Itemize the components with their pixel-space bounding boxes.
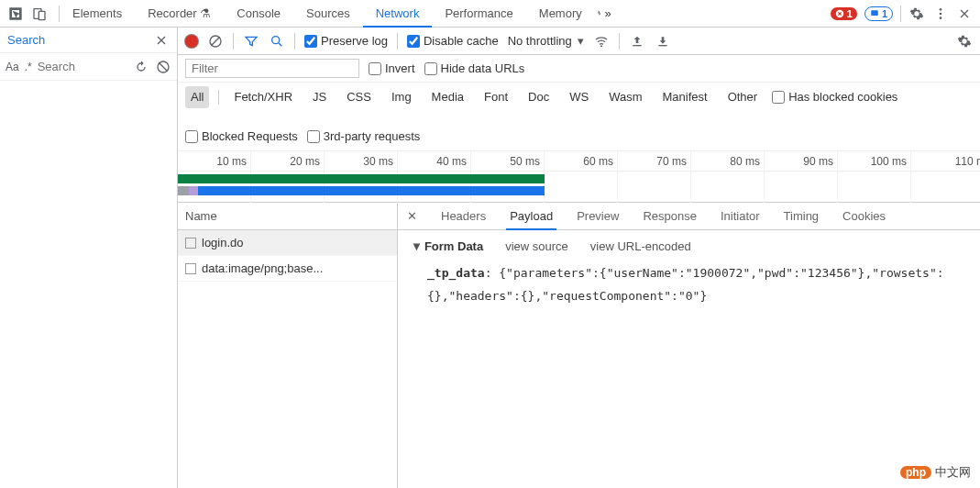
request-row[interactable]: data:image/png;base... (178, 256, 397, 282)
filter-input[interactable] (185, 59, 359, 78)
type-fetchxhr[interactable]: Fetch/XHR (228, 86, 298, 108)
invert-checkbox[interactable]: Invert (369, 61, 415, 75)
clear-search-icon[interactable] (155, 59, 171, 75)
wifi-icon[interactable] (593, 33, 610, 50)
timeline-tick: 90 ms (765, 151, 838, 203)
section-toggle[interactable]: ▼Form Data (411, 239, 483, 253)
form-data-entry: _tp_data: {"parameters":{"userName":"190… (411, 262, 967, 307)
timeline-tick: 110 r (911, 151, 980, 203)
close-devtools-icon[interactable] (956, 6, 973, 22)
tab-elements[interactable]: Elements (60, 0, 135, 28)
regex-icon[interactable]: .* (25, 61, 32, 73)
upload-icon[interactable] (629, 33, 645, 50)
download-icon[interactable] (655, 33, 671, 50)
flask-icon: ⚗ (200, 6, 211, 20)
tab-memory[interactable]: Memory (526, 0, 595, 28)
view-url-encoded-link[interactable]: view URL-encoded (590, 239, 691, 253)
type-manifest[interactable]: Manifest (656, 86, 712, 108)
tab-performance[interactable]: Performance (432, 0, 525, 28)
svg-rect-1 (39, 11, 45, 19)
svg-rect-11 (633, 45, 641, 46)
inspect-icon[interactable] (7, 6, 24, 22)
request-row[interactable]: login.do (178, 230, 397, 256)
timeline-tick: 100 ms (838, 151, 911, 203)
view-source-link[interactable]: view source (505, 239, 568, 253)
detail-tab-response[interactable]: Response (639, 203, 700, 230)
timeline[interactable]: 10 ms 20 ms 30 ms 40 ms 50 ms 60 ms 70 m… (178, 151, 980, 203)
svg-point-6 (940, 17, 942, 19)
kebab-icon[interactable] (932, 6, 949, 22)
type-wasm[interactable]: Wasm (603, 86, 647, 108)
record-button[interactable] (185, 35, 198, 48)
watermark: php 中文网 (900, 464, 971, 481)
third-party-checkbox[interactable]: 3rd-party requests (307, 127, 421, 147)
detail-tab-initiator[interactable]: Initiator (717, 203, 764, 230)
preserve-log-checkbox[interactable]: Preserve log (304, 34, 388, 48)
blocked-requests-checkbox[interactable]: Blocked Requests (185, 127, 298, 147)
svg-point-4 (940, 8, 942, 11)
clear-icon[interactable] (207, 33, 224, 50)
detail-tab-timing[interactable]: Timing (780, 203, 823, 230)
svg-point-10 (600, 45, 602, 47)
type-media[interactable]: Media (426, 86, 469, 108)
tab-recorder[interactable]: Recorder ⚗ (135, 0, 224, 28)
request-name: login.do (202, 236, 244, 250)
disable-cache-checkbox[interactable]: Disable cache (407, 34, 499, 48)
timeline-tick: 80 ms (691, 151, 765, 203)
tab-sources[interactable]: Sources (293, 0, 363, 28)
device-icon[interactable] (31, 6, 48, 22)
filter-icon[interactable] (243, 33, 259, 50)
list-header-name[interactable]: Name (178, 203, 397, 230)
close-detail-icon[interactable]: ✕ (403, 209, 421, 223)
search-input[interactable] (38, 60, 127, 73)
detail-tab-cookies[interactable]: Cookies (839, 203, 889, 230)
info-badge[interactable]: 1 (864, 6, 893, 21)
type-img[interactable]: Img (386, 86, 417, 108)
search-network-icon[interactable] (269, 33, 285, 50)
search-sidebar: Search Aa .* (0, 28, 178, 488)
svg-point-5 (940, 12, 942, 15)
type-js[interactable]: JS (307, 86, 332, 108)
error-badge[interactable]: 1 (831, 7, 857, 20)
detail-tab-payload[interactable]: Payload (506, 203, 556, 230)
svg-rect-3 (871, 10, 878, 16)
has-blocked-cookies-checkbox[interactable]: Has blocked cookies (772, 87, 897, 107)
settings-icon[interactable] (908, 6, 925, 22)
timeline-tick: 70 ms (618, 151, 691, 203)
type-ws[interactable]: WS (564, 86, 594, 108)
svg-point-9 (272, 36, 280, 43)
timeline-tick: 60 ms (545, 151, 618, 203)
tab-network[interactable]: Network (363, 0, 433, 28)
refresh-search-icon[interactable] (133, 59, 149, 75)
file-icon (185, 263, 196, 274)
network-settings-icon[interactable] (956, 33, 973, 50)
type-all[interactable]: All (185, 86, 209, 108)
tab-console[interactable]: Console (224, 0, 293, 28)
type-doc[interactable]: Doc (523, 86, 555, 108)
throttling-select[interactable]: No throttling ▾ (508, 34, 584, 48)
type-css[interactable]: CSS (341, 86, 377, 108)
timeline-bar-blue (178, 186, 545, 195)
svg-rect-12 (658, 45, 666, 46)
hide-data-urls-checkbox[interactable]: Hide data URLs (424, 61, 525, 75)
detail-tab-preview[interactable]: Preview (573, 203, 622, 230)
timeline-bar-green (178, 174, 545, 183)
more-tabs-icon[interactable]: » (595, 6, 611, 22)
sidebar-title: Search (7, 33, 153, 47)
match-case-icon[interactable]: Aa (6, 61, 19, 73)
file-icon (185, 238, 196, 249)
request-name: data:image/png;base... (202, 261, 323, 275)
type-font[interactable]: Font (479, 86, 513, 108)
type-other[interactable]: Other (722, 86, 764, 108)
request-list: Name login.do data:image/png;base... (178, 203, 398, 488)
detail-tab-headers[interactable]: Headers (437, 203, 490, 230)
sidebar-close-icon[interactable] (153, 32, 170, 49)
